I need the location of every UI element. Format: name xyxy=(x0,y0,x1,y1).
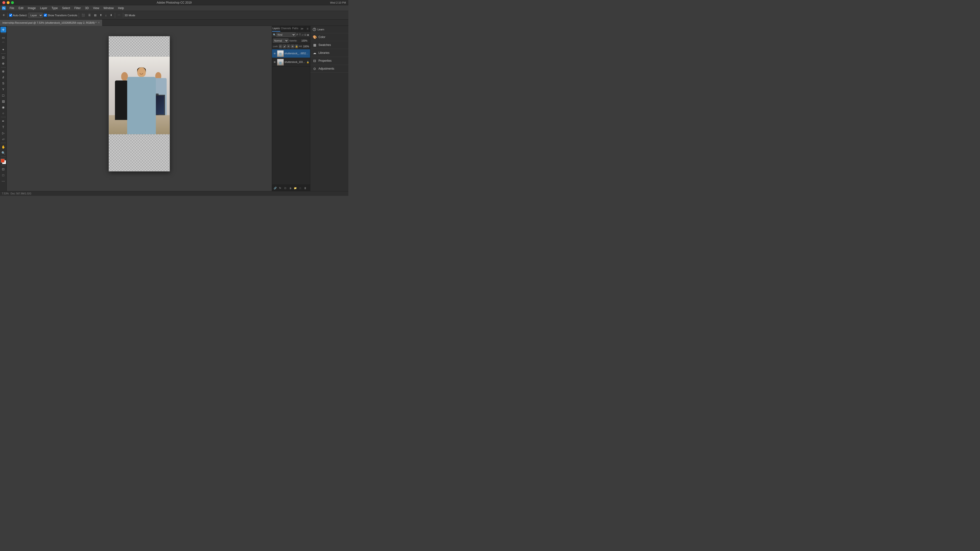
new-group-button[interactable]: 📁 xyxy=(293,186,298,190)
layer-visibility-1[interactable]: 👁 xyxy=(273,61,276,64)
swatches-panel-button[interactable]: ▦ Swatches xyxy=(310,41,348,49)
layer-thumbnail-0 xyxy=(277,50,284,57)
filter-shape-button[interactable]: ▱ xyxy=(301,33,304,37)
menu-image[interactable]: Image xyxy=(26,6,38,10)
transform-controls-checkbox[interactable] xyxy=(44,14,47,17)
dodge-tool[interactable]: ○ xyxy=(0,110,6,116)
blend-mode-dropdown[interactable]: Normal Dissolve Multiply Screen Overlay xyxy=(273,38,288,43)
tab-channels[interactable]: Channels xyxy=(280,26,292,32)
layer-name-0: shutterstock_...685258 copy 2 xyxy=(285,52,309,55)
doc-info: Doc: 567.8M/1.02G xyxy=(11,192,31,195)
move-tool[interactable]: ✛ xyxy=(0,27,6,33)
lock-paint-button[interactable]: 🖌 xyxy=(283,44,286,48)
menu-select[interactable]: Select xyxy=(60,6,72,10)
align-center-h-button[interactable]: ☰ xyxy=(87,13,92,18)
text-tool[interactable]: T xyxy=(0,124,6,130)
quick-mask-button[interactable]: ⊡ xyxy=(0,166,6,172)
foreground-color[interactable] xyxy=(1,159,5,163)
tab-layers[interactable]: Layers xyxy=(272,26,280,32)
clone-stamp-tool[interactable]: S xyxy=(0,80,6,86)
minimize-button[interactable] xyxy=(7,1,10,4)
shape-tool[interactable]: ▱ xyxy=(0,136,6,142)
layer-item-1[interactable]: 👁 shutterstock_1032685258 🔒 xyxy=(272,58,310,67)
menu-edit[interactable]: Edit xyxy=(16,6,25,10)
filter-smart-button[interactable]: ⊡ xyxy=(304,33,307,37)
lock-move-button[interactable]: ✛ xyxy=(287,44,290,48)
align-top-button[interactable]: ⬆ xyxy=(99,13,103,18)
zoom-tool[interactable]: 🔍 xyxy=(0,150,6,156)
canvas-area[interactable]: ⊡ xyxy=(7,26,272,191)
window-controls[interactable] xyxy=(2,1,14,4)
panel-expand-button[interactable]: ≫ xyxy=(299,26,305,32)
layer-lock-1: 🔒 xyxy=(307,61,309,64)
maximize-button[interactable] xyxy=(11,1,14,4)
fill-value[interactable]: 100% xyxy=(303,45,309,48)
lock-artboard-button[interactable]: ⊞ xyxy=(291,44,294,48)
separator-3 xyxy=(115,13,115,18)
path-selection-tool[interactable]: ▷ xyxy=(0,130,6,136)
align-bottom-button[interactable]: ⬇ xyxy=(109,13,113,18)
filter-kind-dropdown[interactable]: Kind Name Effect Mode Attribute Color Sm… xyxy=(276,33,296,37)
align-middle-v-button[interactable]: ↕ xyxy=(104,13,108,18)
menu-file[interactable]: File xyxy=(8,6,16,10)
filter-toggle-button[interactable]: ◉ xyxy=(307,33,309,37)
properties-icon: ⊟ xyxy=(313,59,317,63)
menu-window[interactable]: Window xyxy=(102,6,116,10)
extra-tools-button[interactable]: ⋯ xyxy=(0,178,6,184)
doc-tab-close-button[interactable]: ✕ xyxy=(98,21,100,24)
layer-visibility-0[interactable]: 👁 xyxy=(273,52,276,55)
color-panel-button[interactable]: 🎨 Color xyxy=(310,33,348,41)
gradient-tool[interactable]: ▨ xyxy=(0,98,6,104)
auto-select-checkbox[interactable] xyxy=(9,14,12,17)
tool-separator-7 xyxy=(1,165,6,165)
color-swatches[interactable] xyxy=(1,159,6,164)
layer-styles-button[interactable]: fx xyxy=(278,186,282,190)
libraries-panel-button[interactable]: ☁ Libraries xyxy=(310,49,348,57)
align-right-button[interactable]: ▤ xyxy=(93,13,98,18)
filter-pixel-button[interactable]: P xyxy=(296,33,298,37)
hand-tool[interactable]: ✋ xyxy=(0,144,6,150)
filter-text-button[interactable]: T xyxy=(299,33,301,37)
rectangular-marquee-tool[interactable]: ▭ xyxy=(0,35,6,40)
learn-button[interactable]: ? Learn xyxy=(310,26,348,33)
lock-transparent-button[interactable]: ⊡ xyxy=(279,44,282,48)
crop-tool[interactable]: ⊡ xyxy=(0,54,6,60)
body xyxy=(127,77,156,134)
auto-select-dropdown[interactable]: Layer Group xyxy=(28,13,43,18)
eraser-tool[interactable]: ◻ xyxy=(0,92,6,98)
add-mask-button[interactable]: ⊡ xyxy=(283,186,287,190)
new-layer-button[interactable]: □ xyxy=(298,186,302,190)
link-layers-button[interactable]: 🔗 xyxy=(273,186,277,190)
brush-tool[interactable]: ∂ xyxy=(0,75,6,80)
tab-paths[interactable]: Paths xyxy=(292,26,299,32)
menu-3d[interactable]: 3D xyxy=(83,6,91,10)
menu-filter[interactable]: Filter xyxy=(73,6,83,10)
screen-mode-button[interactable]: □ xyxy=(0,172,6,178)
new-adjustment-button[interactable]: ◑ xyxy=(288,186,293,190)
layer-item-0[interactable]: 👁 shutterstock_...685258 copy 2 xyxy=(272,49,310,58)
menu-help[interactable]: Help xyxy=(116,6,126,10)
lasso-tool[interactable]: ⌒ xyxy=(0,41,6,46)
opacity-value[interactable]: 100% xyxy=(298,40,307,42)
tool-separator-6 xyxy=(1,157,6,157)
align-left-button[interactable]: ⬛ xyxy=(80,13,86,18)
blur-tool[interactable]: ◉ xyxy=(0,104,6,110)
distribute-button[interactable]: ⋯ xyxy=(116,13,121,18)
lock-all-button[interactable]: 🔒 xyxy=(295,44,298,48)
close-button[interactable] xyxy=(2,1,5,4)
menu-layer[interactable]: Layer xyxy=(38,6,49,10)
panel-menu-button[interactable]: ≡ xyxy=(305,26,310,32)
menu-type[interactable]: Type xyxy=(49,6,60,10)
pen-tool[interactable]: ✒ xyxy=(0,118,6,124)
properties-panel-button[interactable]: ⊟ Properties xyxy=(310,57,348,65)
move-tool-options[interactable]: ✛ xyxy=(2,13,6,18)
document-tab[interactable]: Internship-Recovered.psd @ 7.53% (shutte… xyxy=(0,20,102,26)
magic-wand-tool[interactable]: ✦ xyxy=(0,47,6,52)
adjustments-panel-button[interactable]: ⊙ Adjustments xyxy=(310,65,348,73)
options-bar: ✛ Auto-Select: Layer Group Show Transfor… xyxy=(0,11,348,20)
delete-layer-button[interactable]: 🗑 xyxy=(303,186,307,190)
menu-view[interactable]: View xyxy=(91,6,101,10)
healing-brush-tool[interactable]: ⊗ xyxy=(0,68,6,74)
eyedropper-tool[interactable]: ⊕ xyxy=(0,60,6,66)
history-brush-tool[interactable]: Y xyxy=(0,86,6,92)
